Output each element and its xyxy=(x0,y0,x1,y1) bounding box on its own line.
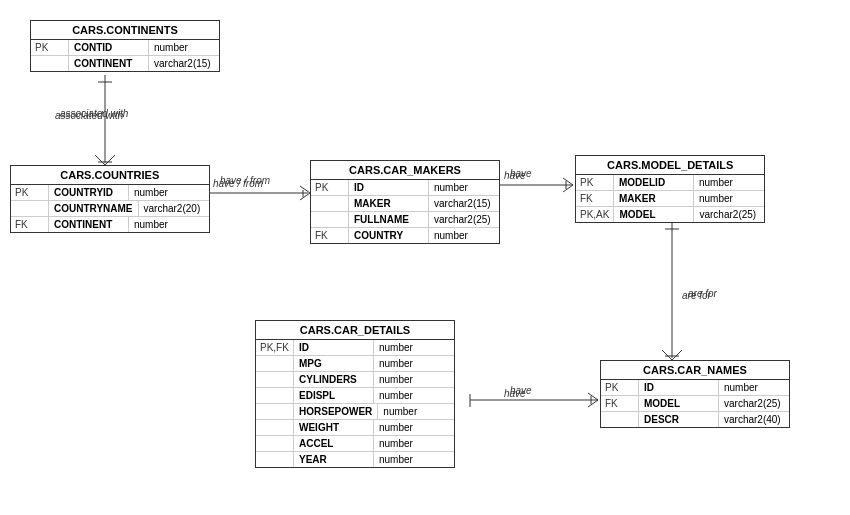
table-row: CYLINDERS number xyxy=(256,372,454,388)
key-id-cn: PK xyxy=(601,380,639,395)
svg-line-12 xyxy=(563,178,573,185)
entity-continents: CARS.CONTINENTS PK CONTID number CONTINE… xyxy=(30,20,220,72)
entity-car-names: CARS.CAR_NAMES PK ID number FK MODEL var… xyxy=(600,360,790,428)
col-model-md: MODEL xyxy=(614,207,694,222)
svg-line-19 xyxy=(672,350,682,360)
key-year xyxy=(256,452,294,467)
key-descr xyxy=(601,412,639,427)
table-row: PK,FK ID number xyxy=(256,340,454,356)
key-countryid: PK xyxy=(11,185,49,200)
key-mpg xyxy=(256,356,294,371)
label-have2-text: have xyxy=(504,388,526,399)
type-cylinders: number xyxy=(374,372,444,387)
key-id-pkfk: PK,FK xyxy=(256,340,294,355)
svg-line-24 xyxy=(588,400,598,407)
key-country-fk: FK xyxy=(311,228,349,243)
type-accel: number xyxy=(374,436,444,451)
table-row: HORSEPOWER number xyxy=(256,404,454,420)
table-row: MAKER varchar2(15) xyxy=(311,196,499,212)
type-maker: varchar2(15) xyxy=(429,196,499,211)
col-id-cd: ID xyxy=(294,340,374,355)
col-edispl: EDISPL xyxy=(294,388,374,403)
type-countryname: varchar2(20) xyxy=(139,201,209,216)
table-row: FULLNAME varchar2(25) xyxy=(311,212,499,228)
col-maker: MAKER xyxy=(349,196,429,211)
col-accel: ACCEL xyxy=(294,436,374,451)
table-row: PK CONTID number xyxy=(31,40,219,56)
entity-car-makers: CARS.CAR_MAKERS PK ID number MAKER varch… xyxy=(310,160,500,244)
table-row: EDISPL number xyxy=(256,388,454,404)
table-row: WEIGHT number xyxy=(256,420,454,436)
col-id-cn: ID xyxy=(639,380,719,395)
table-row: FK MAKER number xyxy=(576,191,764,207)
type-model-cn: varchar2(25) xyxy=(719,396,789,411)
col-modelid: MODELID xyxy=(614,175,694,190)
svg-line-13 xyxy=(563,185,573,192)
col-id: ID xyxy=(349,180,429,195)
table-row: FK CONTINENT number xyxy=(11,217,209,232)
col-continent: CONTINENT xyxy=(69,56,149,71)
col-maker-md: MAKER xyxy=(614,191,694,206)
type-modelid: number xyxy=(694,175,764,190)
key-weight xyxy=(256,420,294,435)
table-row: COUNTRYNAME varchar2(20) xyxy=(11,201,209,217)
col-continent-fk: CONTINENT xyxy=(49,217,129,232)
entity-countries: CARS.COUNTRIES PK COUNTRYID number COUNT… xyxy=(10,165,210,233)
table-row: PK,AK MODEL varchar2(25) xyxy=(576,207,764,222)
col-horsepower: HORSEPOWER xyxy=(294,404,378,419)
col-weight: WEIGHT xyxy=(294,420,374,435)
type-year: number xyxy=(374,452,444,467)
key-fullname xyxy=(311,212,349,227)
key-continent-fk: FK xyxy=(11,217,49,232)
key-maker xyxy=(311,196,349,211)
entity-car-details-title: CARS.CAR_DETAILS xyxy=(256,321,454,340)
table-row: MPG number xyxy=(256,356,454,372)
type-maker-md: number xyxy=(694,191,764,206)
key-maker-fk: FK xyxy=(576,191,614,206)
table-row: FK COUNTRY number xyxy=(311,228,499,243)
table-row: PK MODELID number xyxy=(576,175,764,191)
table-row: FK MODEL varchar2(25) xyxy=(601,396,789,412)
key-edispl xyxy=(256,388,294,403)
col-model-cn: MODEL xyxy=(639,396,719,411)
key-accel xyxy=(256,436,294,451)
type-id: number xyxy=(429,180,499,195)
entity-model-details: CARS.MODEL_DETAILS PK MODELID number FK … xyxy=(575,155,765,223)
key-contid: PK xyxy=(31,40,69,55)
col-mpg: MPG xyxy=(294,356,374,371)
label-are-for-text: are for xyxy=(682,290,711,301)
erd-diagram: associated with have / from have are for… xyxy=(0,0,850,515)
table-row: YEAR number xyxy=(256,452,454,467)
type-id-cd: number xyxy=(374,340,444,355)
entity-model-details-title: CARS.MODEL_DETAILS xyxy=(576,156,764,175)
key-cylinders xyxy=(256,372,294,387)
type-mpg: number xyxy=(374,356,444,371)
type-horsepower: number xyxy=(378,404,448,419)
entity-countries-title: CARS.COUNTRIES xyxy=(11,166,209,185)
col-descr: DESCR xyxy=(639,412,719,427)
table-row: DESCR varchar2(40) xyxy=(601,412,789,427)
label-have1-text: have xyxy=(504,170,526,181)
type-countryid: number xyxy=(129,185,199,200)
type-fullname: varchar2(25) xyxy=(429,212,499,227)
col-cylinders: CYLINDERS xyxy=(294,372,374,387)
entity-car-details: CARS.CAR_DETAILS PK,FK ID number MPG num… xyxy=(255,320,455,468)
entity-car-names-title: CARS.CAR_NAMES xyxy=(601,361,789,380)
entity-car-makers-title: CARS.CAR_MAKERS xyxy=(311,161,499,180)
type-weight: number xyxy=(374,420,444,435)
key-model-cn: FK xyxy=(601,396,639,411)
key-modelid: PK xyxy=(576,175,614,190)
key-horsepower xyxy=(256,404,294,419)
type-id-cn: number xyxy=(719,380,789,395)
svg-line-3 xyxy=(105,155,115,165)
table-row: PK ID number xyxy=(311,180,499,196)
svg-line-18 xyxy=(662,350,672,360)
col-country: COUNTRY xyxy=(349,228,429,243)
col-contid: CONTID xyxy=(69,40,149,55)
col-fullname: FULLNAME xyxy=(349,212,429,227)
svg-line-23 xyxy=(588,393,598,400)
key-model-pkak: PK,AK xyxy=(576,207,614,222)
table-row: ACCEL number xyxy=(256,436,454,452)
type-model-md: varchar2(25) xyxy=(694,207,764,222)
type-continent-fk: number xyxy=(129,217,199,232)
